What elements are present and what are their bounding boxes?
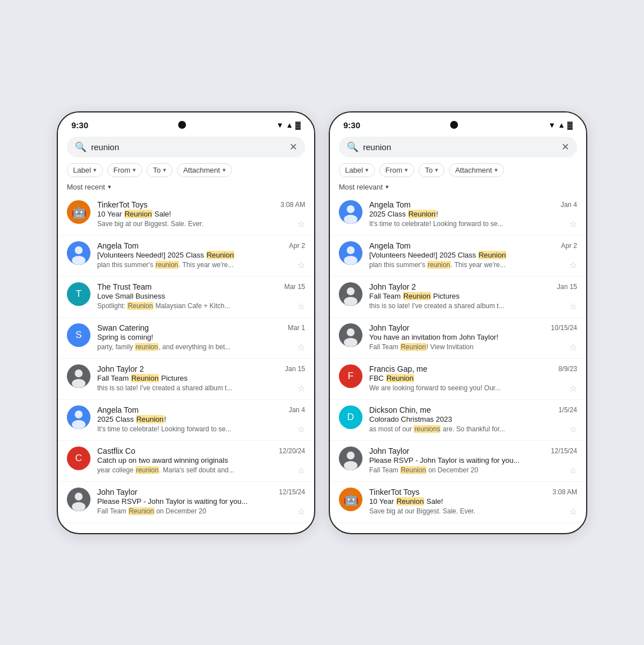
email-item[interactable]: John Taylor 2Jan 15Fall Team Reunion Pic… (58, 359, 314, 400)
email-preview-text: as most of our reunions are. So thankful… (369, 425, 567, 433)
svg-point-1 (75, 246, 83, 254)
filter-label-to: To (153, 166, 161, 174)
svg-point-19 (347, 287, 355, 295)
status-bar: 9:30▼▲▓ (58, 112, 314, 132)
email-date: Jan 15 (285, 365, 305, 373)
search-input[interactable]: reunion (91, 142, 285, 152)
chevron-down-icon: ▾ (163, 166, 166, 174)
search-clear-button[interactable]: ✕ (289, 141, 297, 153)
star-icon[interactable]: ☆ (569, 219, 577, 229)
status-icons: ▼▲▓ (276, 121, 301, 129)
star-icon[interactable]: ☆ (569, 260, 577, 270)
email-preview-text: Save big at our Biggest. Sale. Ever. (97, 220, 295, 228)
email-item[interactable]: Angela TomApr 2[Volunteers Needed!] 2025… (58, 236, 314, 277)
svg-point-13 (347, 205, 355, 213)
email-subject: Catch up on two award winning originals (97, 456, 305, 464)
sort-row[interactable]: Most relevant ▾ (330, 182, 586, 195)
search-bar[interactable]: 🔍reunion✕ (67, 137, 305, 157)
email-header: Angela TomJan 4 (369, 200, 577, 209)
chevron-down-icon: ▾ (133, 166, 136, 174)
filter-chip-to[interactable]: To▾ (147, 163, 173, 177)
avatar: F (339, 364, 362, 388)
email-preview-text: plan this summer's reunion. This year we… (369, 261, 567, 269)
search-icon: 🔍 (75, 141, 87, 153)
email-item[interactable]: 🤖TinkerTot Toys3:08 AM10 Year Reunion Sa… (330, 482, 586, 523)
camera-icon (178, 121, 186, 129)
email-item[interactable]: Angela TomJan 42025 Class Reunion!It's t… (330, 195, 586, 236)
email-item[interactable]: TThe Trust TeamMar 15Love Small Business… (58, 277, 314, 318)
chevron-down-icon: ▾ (435, 166, 438, 174)
filter-chip-label[interactable]: Label▾ (339, 163, 375, 177)
email-subject: Love Small Business (97, 292, 305, 300)
email-preview-text: party, family reunion, and everything in… (97, 343, 295, 351)
search-bar[interactable]: 🔍reunion✕ (339, 137, 577, 157)
filter-chip-label[interactable]: Label▾ (67, 163, 103, 177)
star-icon[interactable]: ☆ (297, 383, 305, 394)
star-icon[interactable]: ☆ (569, 424, 577, 435)
email-item[interactable]: FFrancis Gap, me8/9/23FBC ReunionWe are … (330, 359, 586, 400)
chevron-down-icon: ▾ (365, 166, 369, 174)
email-item[interactable]: John Taylor 2Jan 15Fall Team Reunion Pic… (330, 277, 586, 318)
email-preview-text: Save big at our Biggest. Sale. Ever. (369, 507, 567, 515)
star-icon[interactable]: ☆ (297, 424, 305, 435)
sort-label: Most recent (67, 183, 105, 191)
star-icon[interactable]: ☆ (297, 219, 305, 229)
star-icon[interactable]: ☆ (297, 506, 305, 517)
filter-chip-from[interactable]: From▾ (107, 163, 142, 177)
svg-point-5 (72, 379, 85, 388)
email-item[interactable]: CCastflix Co12/20/24Catch up on two awar… (58, 441, 314, 482)
email-subject: [Volunteers Needed!] 2025 Class Reunion (97, 251, 305, 259)
filter-chip-from[interactable]: From▾ (379, 163, 414, 177)
time-display: 9:30 (71, 120, 88, 130)
svg-point-14 (344, 215, 357, 224)
email-item[interactable]: John Taylor10/15/24You have an invitatio… (330, 318, 586, 359)
email-header: John Taylor12/15/24 (97, 488, 305, 497)
email-sender: John Taylor (97, 488, 137, 497)
filter-chip-attachment[interactable]: Attachment▾ (177, 163, 232, 177)
email-content: Castflix Co12/20/24Catch up on two award… (97, 446, 305, 476)
email-content: The Trust TeamMar 15Love Small BusinessS… (97, 282, 305, 312)
star-icon[interactable]: ☆ (569, 506, 577, 517)
wifi-icon: ▼ (276, 121, 284, 129)
star-icon[interactable]: ☆ (297, 342, 305, 353)
email-item[interactable]: SSwan CateringMar 1Spring is coming!part… (58, 318, 314, 359)
search-icon: 🔍 (347, 141, 359, 153)
email-sender: Angela Tom (97, 241, 139, 250)
email-header: TinkerTot Toys3:08 AM (97, 200, 305, 209)
star-icon[interactable]: ☆ (569, 342, 577, 353)
search-clear-button[interactable]: ✕ (561, 141, 569, 153)
avatar: 🤖 (339, 488, 362, 511)
email-content: Angela TomJan 42025 Class Reunion!It's t… (369, 200, 577, 229)
email-sender: Angela Tom (369, 241, 411, 250)
email-date: Apr 2 (289, 242, 305, 250)
email-content: TinkerTot Toys3:08 AM10 Year Reunion Sal… (97, 200, 305, 229)
sort-row[interactable]: Most recent ▾ (58, 182, 314, 195)
email-content: John Taylor12/15/24Please RSVP - John Ta… (97, 488, 305, 517)
email-preview-text: plan this summer's reunion. This year we… (97, 261, 295, 269)
email-preview: year college reunion. Maria's self doubt… (97, 465, 305, 476)
star-icon[interactable]: ☆ (297, 301, 305, 312)
email-item[interactable]: John Taylor12/15/24Please RSVP - John Ta… (58, 482, 314, 523)
avatar (339, 282, 362, 306)
email-item[interactable]: 🤖TinkerTot Toys3:08 AM10 Year Reunion Sa… (58, 195, 314, 236)
filter-label-attachment: Attachment (183, 166, 220, 174)
email-sender: Castflix Co (97, 446, 135, 455)
filter-chip-attachment[interactable]: Attachment▾ (449, 163, 504, 177)
email-item[interactable]: Angela TomJan 42025 Class Reunion!It's t… (58, 400, 314, 441)
star-icon[interactable]: ☆ (569, 383, 577, 394)
filter-chip-to[interactable]: To▾ (419, 163, 445, 177)
email-date: Jan 4 (289, 406, 305, 414)
star-icon[interactable]: ☆ (569, 465, 577, 476)
phone-right: 9:30▼▲▓🔍reunion✕Label▾From▾To▾Attachment… (329, 111, 587, 534)
email-sender: Francis Gap, me (369, 364, 427, 373)
star-icon[interactable]: ☆ (569, 301, 577, 312)
avatar: 🤖 (67, 200, 90, 224)
star-icon[interactable]: ☆ (297, 465, 305, 476)
star-icon[interactable]: ☆ (297, 260, 305, 270)
email-item[interactable]: John Taylor12/15/24Please RSVP - John Ta… (330, 441, 586, 482)
email-item[interactable]: DDickson Chin, me1/5/24Colorado Christma… (330, 400, 586, 441)
search-input[interactable]: reunion (363, 142, 557, 152)
email-sender: TinkerTot Toys (97, 200, 147, 209)
email-item[interactable]: Angela TomApr 2[Volunteers Needed!] 2025… (330, 236, 586, 277)
email-preview: this is so late! I've created a shared a… (369, 301, 577, 312)
